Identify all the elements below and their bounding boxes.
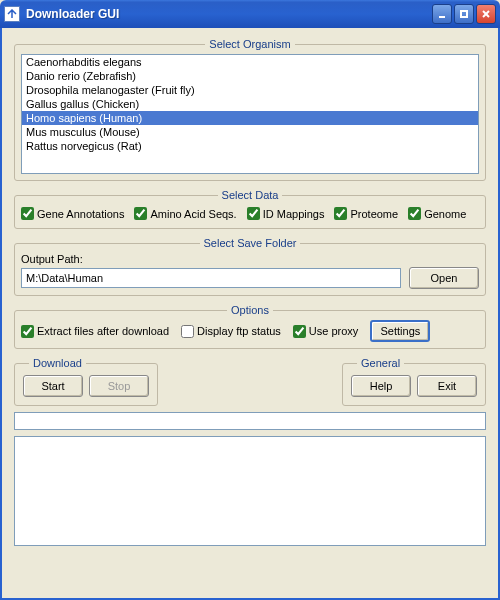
app-icon <box>4 6 20 22</box>
titlebar: Downloader GUI <box>0 0 500 28</box>
output-path-input[interactable] <box>21 268 401 288</box>
data-checkbox-input[interactable] <box>334 207 347 220</box>
organism-legend: Select Organism <box>205 38 294 50</box>
close-button[interactable] <box>476 4 496 24</box>
data-checkbox-label: Genome <box>424 208 466 220</box>
data-checkbox-label: Amino Acid Seqs. <box>150 208 236 220</box>
data-checkbox[interactable]: Gene Annotations <box>21 207 124 220</box>
open-button[interactable]: Open <box>409 267 479 289</box>
download-legend: Download <box>29 357 86 369</box>
ftp-label: Display ftp status <box>197 325 281 337</box>
proxy-checkbox[interactable]: Use proxy <box>293 325 359 338</box>
output-path-label: Output Path: <box>21 253 479 265</box>
settings-button[interactable]: Settings <box>370 320 430 342</box>
extract-checkbox[interactable]: Extract files after download <box>21 325 169 338</box>
data-checkbox-input[interactable] <box>408 207 421 220</box>
data-checkrow: Gene AnnotationsAmino Acid Seqs.ID Mappi… <box>21 205 479 222</box>
data-legend: Select Data <box>218 189 283 201</box>
data-checkbox-label: ID Mappings <box>263 208 325 220</box>
data-checkbox[interactable]: Amino Acid Seqs. <box>134 207 236 220</box>
options-legend: Options <box>227 304 273 316</box>
data-checkbox[interactable]: ID Mappings <box>247 207 325 220</box>
general-group: General Help Exit <box>342 357 486 406</box>
options-group: Options Extract files after download Dis… <box>14 304 486 349</box>
organism-group: Select Organism Caenorhabditis elegansDa… <box>14 38 486 181</box>
window-title: Downloader GUI <box>26 7 432 21</box>
save-legend: Select Save Folder <box>200 237 301 249</box>
data-checkbox[interactable]: Proteome <box>334 207 398 220</box>
data-checkbox-input[interactable] <box>21 207 34 220</box>
log-textarea[interactable] <box>14 436 486 546</box>
ftp-checkbox-input[interactable] <box>181 325 194 338</box>
stop-button[interactable]: Stop <box>89 375 149 397</box>
organism-item[interactable]: Gallus gallus (Chicken) <box>22 97 478 111</box>
organism-item[interactable]: Drosophila melanogaster (Fruit fly) <box>22 83 478 97</box>
data-checkbox-input[interactable] <box>247 207 260 220</box>
organism-item[interactable]: Homo sapiens (Human) <box>22 111 478 125</box>
organism-item[interactable]: Caenorhabditis elegans <box>22 55 478 69</box>
extract-label: Extract files after download <box>37 325 169 337</box>
organism-item[interactable]: Rattus norvegicus (Rat) <box>22 139 478 153</box>
organism-listbox[interactable]: Caenorhabditis elegansDanio rerio (Zebra… <box>21 54 479 174</box>
minimize-button[interactable] <box>432 4 452 24</box>
organism-item[interactable]: Danio rerio (Zebrafish) <box>22 69 478 83</box>
data-checkbox-label: Proteome <box>350 208 398 220</box>
data-checkbox[interactable]: Genome <box>408 207 466 220</box>
data-group: Select Data Gene AnnotationsAmino Acid S… <box>14 189 486 229</box>
proxy-label: Use proxy <box>309 325 359 337</box>
download-group: Download Start Stop <box>14 357 158 406</box>
maximize-button[interactable] <box>454 4 474 24</box>
window-content: Select Organism Caenorhabditis elegansDa… <box>0 28 500 600</box>
save-group: Select Save Folder Output Path: Open <box>14 237 486 296</box>
extract-checkbox-input[interactable] <box>21 325 34 338</box>
general-legend: General <box>357 357 404 369</box>
ftp-checkbox[interactable]: Display ftp status <box>181 325 281 338</box>
data-checkbox-label: Gene Annotations <box>37 208 124 220</box>
data-checkbox-input[interactable] <box>134 207 147 220</box>
proxy-checkbox-input[interactable] <box>293 325 306 338</box>
help-button[interactable]: Help <box>351 375 411 397</box>
start-button[interactable]: Start <box>23 375 83 397</box>
progress-bar <box>14 412 486 430</box>
svg-rect-1 <box>461 11 467 17</box>
exit-button[interactable]: Exit <box>417 375 477 397</box>
organism-item[interactable]: Mus musculus (Mouse) <box>22 125 478 139</box>
